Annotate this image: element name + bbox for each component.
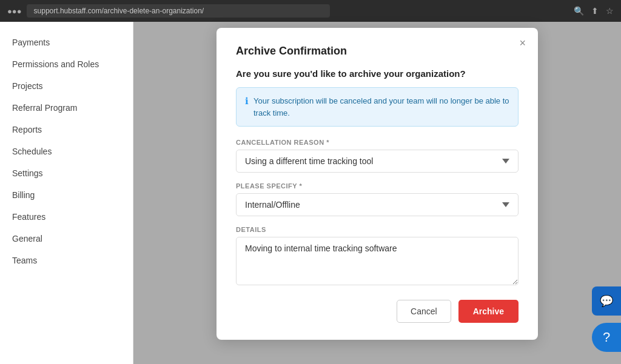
please-specify-group: PLEASE SPECIFY * Internal/Offline	[236, 182, 519, 216]
sidebar-item-permissions[interactable]: Permissions and Roles	[0, 53, 133, 75]
sidebar-item-reports[interactable]: Reports	[0, 119, 133, 141]
cancellation-reason-group: CANCELLATION REASON * Using a different …	[236, 139, 519, 173]
info-box: ℹ Your subscription will be canceled and…	[236, 87, 519, 127]
close-button[interactable]: ×	[519, 38, 526, 48]
sidebar-item-general[interactable]: General	[0, 228, 133, 250]
cancellation-reason-select[interactable]: Using a different time tracking tool	[236, 150, 519, 173]
please-specify-select[interactable]: Internal/Offline	[236, 193, 519, 216]
cancellation-reason-label: CANCELLATION REASON *	[236, 139, 519, 146]
details-label: DETAILS	[236, 226, 519, 233]
browser-icons: 🔍 ⬆ ☆	[574, 6, 614, 16]
main-layout: Payments Permissions and Roles Projects …	[0, 22, 621, 364]
share-icon[interactable]: ⬆	[591, 6, 599, 16]
sidebar-item-payments[interactable]: Payments	[0, 31, 133, 53]
sidebar: Payments Permissions and Roles Projects …	[0, 22, 133, 364]
modal-overlay: × Archive Confirmation Are you sure you'…	[133, 22, 621, 364]
details-group: DETAILS Moving to internal time tracking…	[236, 226, 519, 288]
archive-confirmation-modal: × Archive Confirmation Are you sure you'…	[217, 28, 538, 340]
url-bar[interactable]: support.hubstaff.com/archive-delete-an-o…	[27, 4, 330, 18]
sidebar-item-projects[interactable]: Projects	[0, 75, 133, 97]
browser-bar: ●●● support.hubstaff.com/archive-delete-…	[0, 0, 621, 22]
info-icon: ℹ	[245, 96, 249, 107]
modal-question: Are you sure you'd like to archive your …	[236, 68, 519, 79]
modal-title: Archive Confirmation	[236, 45, 519, 58]
sidebar-item-schedules[interactable]: Schedules	[0, 141, 133, 162]
details-textarea[interactable]: Moving to internal time tracking softwar…	[236, 237, 519, 285]
modal-footer: Cancel Archive	[236, 300, 519, 323]
sidebar-item-teams[interactable]: Teams	[0, 250, 133, 271]
chat-button-1[interactable]: 💬	[592, 286, 621, 316]
sidebar-item-billing[interactable]: Billing	[0, 184, 133, 206]
chat-icon: 💬	[600, 294, 613, 308]
bookmark-icon[interactable]: ☆	[606, 6, 614, 16]
archive-button[interactable]: Archive	[458, 300, 519, 323]
help-icon: ?	[603, 329, 610, 345]
main-content: × Archive Confirmation Are you sure you'…	[133, 22, 621, 364]
sidebar-item-referral[interactable]: Referral Program	[0, 97, 133, 119]
search-icon[interactable]: 🔍	[574, 6, 584, 16]
sidebar-item-features[interactable]: Features	[0, 206, 133, 228]
please-specify-label: PLEASE SPECIFY *	[236, 182, 519, 190]
sidebar-item-settings[interactable]: Settings	[0, 162, 133, 184]
info-text: Your subscription will be canceled and y…	[253, 95, 509, 119]
cancel-button[interactable]: Cancel	[397, 300, 451, 323]
chat-button-2[interactable]: ?	[592, 323, 621, 352]
